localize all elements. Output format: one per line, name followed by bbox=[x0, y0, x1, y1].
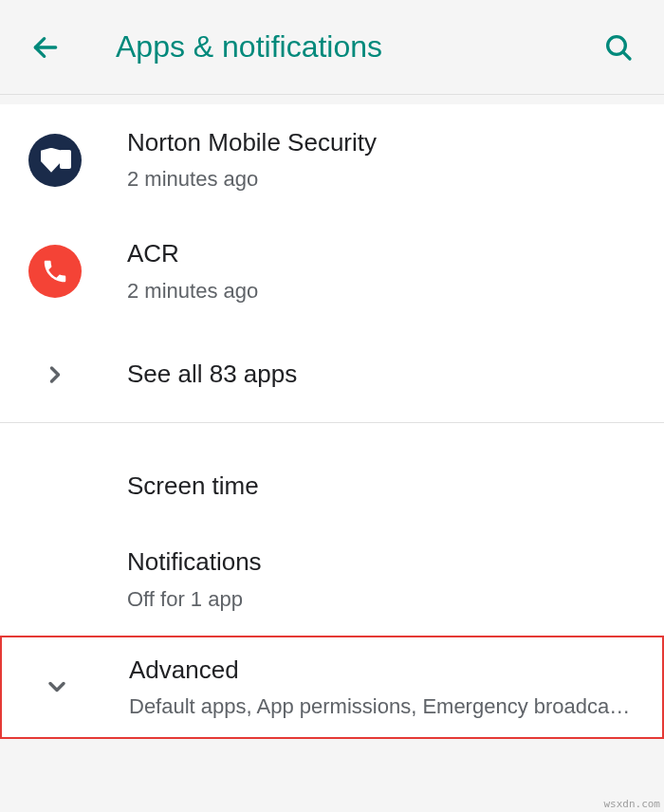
see-all-apps[interactable]: See all 83 apps bbox=[0, 327, 664, 422]
back-arrow-icon[interactable] bbox=[28, 30, 63, 65]
chevron-down-icon bbox=[30, 660, 83, 713]
chevron-right-icon bbox=[28, 348, 82, 401]
setting-subtitle: Default apps, App permissions, Emergency… bbox=[129, 691, 634, 722]
search-icon[interactable] bbox=[601, 30, 636, 65]
recent-apps-section: Norton Mobile Security 2 minutes ago ACR… bbox=[0, 104, 664, 422]
settings-item-screen-time[interactable]: Screen time bbox=[0, 423, 664, 524]
app-title: Norton Mobile Security bbox=[127, 125, 636, 159]
app-timestamp: 2 minutes ago bbox=[127, 163, 636, 194]
app-title: ACR bbox=[127, 236, 636, 270]
app-bar: Apps & notifications bbox=[0, 0, 664, 95]
app-timestamp: 2 minutes ago bbox=[127, 275, 636, 306]
attribution-text: wsxdn.com bbox=[603, 798, 660, 810]
settings-item-advanced[interactable]: Advanced Default apps, App permissions, … bbox=[0, 636, 664, 739]
setting-title: Advanced bbox=[129, 653, 634, 687]
svg-line-2 bbox=[623, 52, 630, 59]
app-item-norton[interactable]: Norton Mobile Security 2 minutes ago bbox=[0, 104, 664, 215]
page-title: Apps & notifications bbox=[116, 29, 601, 65]
norton-app-icon bbox=[28, 134, 82, 187]
setting-title: Notifications bbox=[127, 544, 636, 579]
setting-subtitle: Off for 1 app bbox=[127, 583, 636, 615]
settings-item-notifications[interactable]: Notifications Off for 1 app bbox=[0, 524, 664, 635]
see-all-label: See all 83 apps bbox=[127, 360, 297, 389]
setting-title: Screen time bbox=[127, 469, 636, 503]
app-item-acr[interactable]: ACR 2 minutes ago bbox=[0, 215, 664, 326]
acr-app-icon bbox=[28, 245, 82, 298]
settings-section: Screen time Notifications Off for 1 app … bbox=[0, 423, 664, 739]
